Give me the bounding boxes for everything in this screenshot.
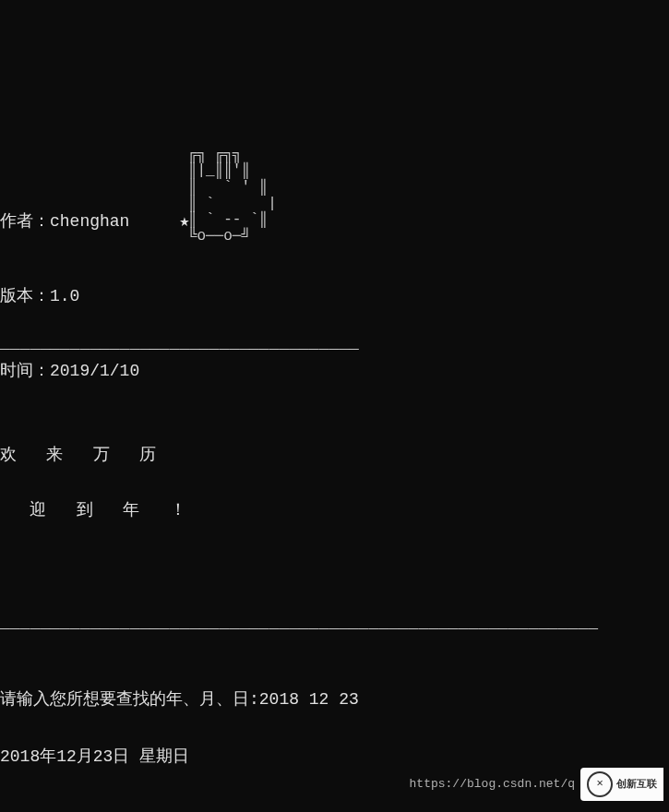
author-label: 作者： [0,212,50,231]
query-input-value[interactable]: 2018 12 23 [259,690,359,709]
version-value: 1.0 [50,287,79,305]
welcome-line-2: 迎 到 年 ！ [0,502,669,520]
query-prompt: 请输入您所想要查找的年、月、日: [0,690,259,709]
header-block: 作者：chenghan ★ 版本：1.0 时间：2019/1/10 ╔╗ ╔╗╗… [0,134,669,277]
watermark-url: https://blog.csdn.net/q [410,778,575,792]
ascii-logo: ╔╗ ╔╗╗ ║|_║║'║ ║ ` ' ║ ║ ` | ║ ` -- `║ ╚… [161,148,277,245]
query-line-1: 请输入您所想要查找的年、月、日:2018 12 23 [0,690,669,710]
time-label: 时间： [0,362,50,380]
time-line: 时间：2019/1/10 [0,353,189,390]
watermark-logo: ✕ 创新互联 [580,768,663,801]
welcome-text: 欢 来 万 历 迎 到 年 ！ [0,411,669,556]
divider: ________________________________________… [0,614,669,633]
welcome-line-1: 欢 来 万 历 [0,447,669,465]
terminal-output: 作者：chenghan ★ 版本：1.0 时间：2019/1/10 ╔╗ ╔╗╗… [0,77,669,812]
watermark-brand: 创新互联 [616,779,657,791]
time-value: 2019/1/10 [50,362,139,380]
logo-icon: ✕ [587,771,613,797]
version-label: 版本： [0,287,50,305]
watermark: https://blog.csdn.net/q ✕ 创新互联 [410,768,663,801]
author-value: chenghan [50,212,129,231]
version-line: 版本：1.0 [0,279,189,316]
result-line-1: 2018年12月23日 星期日 [0,747,669,767]
blank-line [0,805,669,812]
